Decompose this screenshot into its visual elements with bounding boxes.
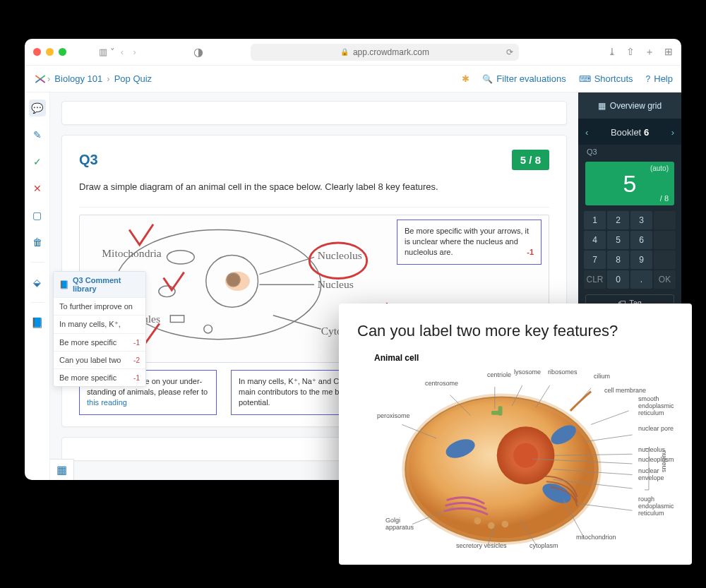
score-badge: 5 / 8 [512,150,549,170]
svg-rect-29 [498,406,503,416]
app-logo [33,72,47,86]
comment-item[interactable]: In many cells, K⁺, [54,315,145,333]
comment-library-popover: 📘Q3 Comment library To further improve o… [53,271,146,387]
sidebar-toggle-icon[interactable]: ▥ ˅ [99,47,115,57]
grid-view-button[interactable]: ▦ [50,459,74,480]
delete-tool[interactable]: 🗑 [29,234,46,251]
key-8[interactable]: 8 [607,251,629,269]
help-link[interactable]: ?Help [646,73,673,84]
svg-text:Nucleus: Nucleus [318,278,354,290]
share-icon[interactable]: ⇧ [626,46,635,59]
loading-spinner-icon: ✱ [462,73,469,84]
breadcrumbs: › Biology 101 › Pop Quiz [47,73,152,84]
svg-line-9 [273,315,321,328]
feedback-link[interactable]: this reading [87,398,127,407]
grid-icon: ▦ [598,101,606,111]
lock-icon: 🔒 [340,48,349,56]
key-dot[interactable]: . [630,270,652,289]
feedback-delta: -1 [527,247,534,258]
comment-item[interactable]: Be more specific-1 [54,333,145,351]
key-ok[interactable]: OK [654,270,676,289]
keyboard-icon: ⌨ [579,74,591,84]
comment-item[interactable]: To further improve on [54,297,145,315]
crumb-course[interactable]: Biology 101 [54,73,102,84]
svg-point-21 [513,443,538,468]
key-4[interactable]: 4 [584,231,606,249]
prev-booklet-button[interactable]: ‹ [585,127,588,138]
svg-point-6 [204,325,213,333]
svg-point-17 [225,271,250,290]
svg-point-25 [474,517,481,524]
popup-title: Can you label two more key features? [357,322,674,340]
book-icon: 📘 [59,280,69,289]
prev-card-peek [61,101,567,125]
svg-rect-5 [170,315,184,322]
new-tab-icon[interactable]: ＋ [645,46,654,59]
question-indicator: Q3 [578,145,681,159]
url-text: app.crowdmark.com [353,47,429,57]
app-header: › Biology 101 › Pop Quiz ✱ 🔍Filter evalu… [25,66,681,92]
search-icon: 🔍 [482,74,493,84]
svg-line-36 [591,411,629,424]
key-2[interactable]: 2 [607,211,629,229]
key-0[interactable]: 0 [607,270,629,289]
feedback-detail-popup: Can you label two more key features? Ani… [339,304,692,565]
minimize-window-button[interactable] [46,48,54,56]
filter-evaluations-link[interactable]: 🔍Filter evaluations [482,73,566,84]
key-blank [654,211,676,229]
svg-text:Nucleolus: Nucleolus [318,249,362,261]
feedback-top[interactable]: Be more specific with your arrows, it is… [397,220,542,265]
key-3[interactable]: 3 [630,211,652,229]
download-icon[interactable]: ⤓ [608,46,616,59]
eraser-tool[interactable]: ⬙ [29,274,46,291]
score-keypad: 1 2 3 4 5 6 7 8 9 CLR 0 . OK [578,211,681,289]
help-icon: ? [646,74,651,84]
shield-icon[interactable]: ◑ [193,45,203,59]
question-title: Q3 [79,152,98,168]
svg-point-27 [502,521,509,528]
comment-tool[interactable]: 💬 [29,100,46,116]
pen-tool[interactable]: ✎ [29,126,46,143]
key-9[interactable]: 9 [630,251,652,269]
reload-icon[interactable]: ⟳ [506,47,513,57]
library-tool[interactable]: 📘 [29,314,46,331]
comment-item[interactable]: Be more specific-1 [54,368,145,386]
cross-tool[interactable]: ✕ [29,180,46,197]
svg-line-33 [578,388,591,404]
cell-diagram: centriole lysosome ribosomes cilium cent… [357,367,674,558]
key-blank [654,231,676,249]
tabs-icon[interactable]: ⊞ [664,46,673,59]
svg-line-7 [259,257,314,274]
tool-strip: 💬 ✎ ✓ ✕ ▢ 🗑 ⬙ 📘 [25,92,50,480]
crumb-assessment[interactable]: Pop Quiz [114,73,152,84]
url-bar[interactable]: 🔒 app.crowdmark.com ⟳ [251,44,519,61]
score-display[interactable]: (auto) 5 / 8 [585,162,674,205]
key-blank [654,251,676,269]
svg-text:Mitochondria: Mitochondria [102,247,162,259]
overview-grid-button[interactable]: ▦ Overview grid [578,92,681,119]
next-booklet-button[interactable]: › [671,127,674,138]
key-7[interactable]: 7 [584,251,606,269]
key-clr[interactable]: CLR [584,270,606,289]
box-tool[interactable]: ▢ [29,207,46,224]
traffic-lights [33,48,66,56]
key-6[interactable]: 6 [630,231,652,249]
popover-header: 📘Q3 Comment library [54,272,145,297]
check-tool[interactable]: ✓ [29,153,46,170]
key-5[interactable]: 5 [607,231,629,249]
popup-subtitle: Animal cell [374,353,674,363]
booklet-nav: ‹ Booklet 6 › [578,119,681,145]
shortcuts-link[interactable]: ⌨Shortcuts [579,73,633,84]
svg-point-3 [167,250,194,263]
nav-back-forward[interactable]: ‹ › [121,47,140,57]
comment-item[interactable]: Can you label two-2 [54,351,145,368]
maximize-window-button[interactable] [59,48,66,56]
close-window-button[interactable] [33,48,41,56]
question-prompt: Draw a simple diagram of an animal cell … [79,180,549,194]
key-1[interactable]: 1 [584,211,606,229]
browser-chrome: ▥ ˅ ‹ › ◑ 🔒 app.crowdmark.com ⟳ ⤓ ⇧ ＋ ⊞ [25,39,681,66]
